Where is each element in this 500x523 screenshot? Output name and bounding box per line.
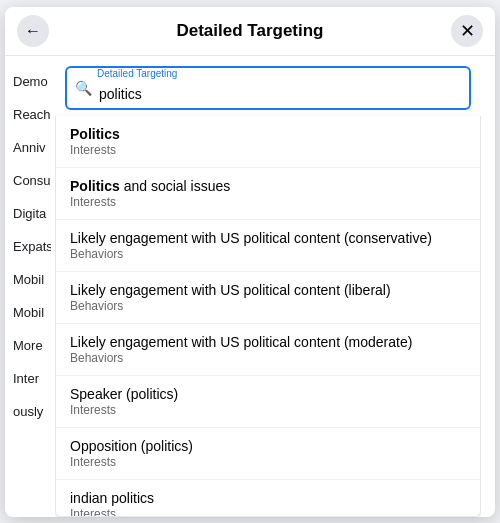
list-item[interactable]: Likely engagement with US political cont… <box>56 324 480 376</box>
item-category: Behaviors <box>70 299 466 313</box>
modal-header: ← Detailed Targeting ✕ <box>5 7 495 56</box>
item-category: Interests <box>70 143 466 157</box>
modal-title: Detailed Targeting <box>176 21 323 41</box>
sidebar-item-mobil1[interactable]: Mobil <box>9 264 51 295</box>
item-name: Politics <box>70 126 466 142</box>
list-item[interactable]: Likely engagement with US political cont… <box>56 272 480 324</box>
search-wrapper: 🔍 Detailed Targeting <box>65 66 471 110</box>
modal-body: Demo Reach Anniv Consu Digita Expats Mob… <box>5 56 495 517</box>
item-name: Opposition (politics) <box>70 438 466 454</box>
sidebar-item-mobil2[interactable]: Mobil <box>9 297 51 328</box>
sidebar-item-ously[interactable]: ously <box>9 396 51 427</box>
item-category: Behaviors <box>70 351 466 365</box>
sidebar-item-digita[interactable]: Digita <box>9 198 51 229</box>
item-category: Interests <box>70 455 466 469</box>
left-panel-content: Demo Reach Anniv Consu Digita Expats Mob… <box>5 56 55 437</box>
search-container: 🔍 Detailed Targeting <box>55 56 481 116</box>
item-category: Interests <box>70 507 466 517</box>
item-name: Politics and social issues <box>70 178 466 194</box>
sidebar-item-consu[interactable]: Consu <box>9 165 51 196</box>
item-name: Likely engagement with US political cont… <box>70 282 466 298</box>
search-input[interactable] <box>65 66 471 110</box>
back-button[interactable]: ← <box>17 15 49 47</box>
item-category: Interests <box>70 195 466 209</box>
sidebar-item-expats[interactable]: Expats <box>9 231 51 262</box>
dropdown-list: Politics Interests Politics and social i… <box>55 116 481 517</box>
item-name: Likely engagement with US political cont… <box>70 230 466 246</box>
list-item[interactable]: Politics and social issues Interests <box>56 168 480 220</box>
main-area: 🔍 Detailed Targeting Politics Interests … <box>55 56 481 517</box>
list-item[interactable]: Speaker (politics) Interests <box>56 376 480 428</box>
item-name: Speaker (politics) <box>70 386 466 402</box>
item-name: indian politics <box>70 490 466 506</box>
item-category: Interests <box>70 403 466 417</box>
list-item[interactable]: Politics Interests <box>56 116 480 168</box>
back-icon: ← <box>25 22 41 40</box>
sidebar-item-reach[interactable]: Reach <box>9 99 51 130</box>
close-button[interactable]: ✕ <box>451 15 483 47</box>
left-panel: Demo Reach Anniv Consu Digita Expats Mob… <box>5 56 55 517</box>
item-category: Behaviors <box>70 247 466 261</box>
sidebar-item-inter[interactable]: Inter <box>9 363 51 394</box>
list-item[interactable]: Opposition (politics) Interests <box>56 428 480 480</box>
sidebar-item-demo[interactable]: Demo <box>9 66 51 97</box>
modal-container: ← Detailed Targeting ✕ Demo Reach Anniv … <box>5 7 495 517</box>
item-name: Likely engagement with US political cont… <box>70 334 466 350</box>
list-item[interactable]: Likely engagement with US political cont… <box>56 220 480 272</box>
right-panel <box>481 56 495 517</box>
sidebar-item-more[interactable]: More <box>9 330 51 361</box>
list-item[interactable]: indian politics Interests <box>56 480 480 517</box>
close-icon: ✕ <box>460 20 475 42</box>
sidebar-item-anniv[interactable]: Anniv <box>9 132 51 163</box>
